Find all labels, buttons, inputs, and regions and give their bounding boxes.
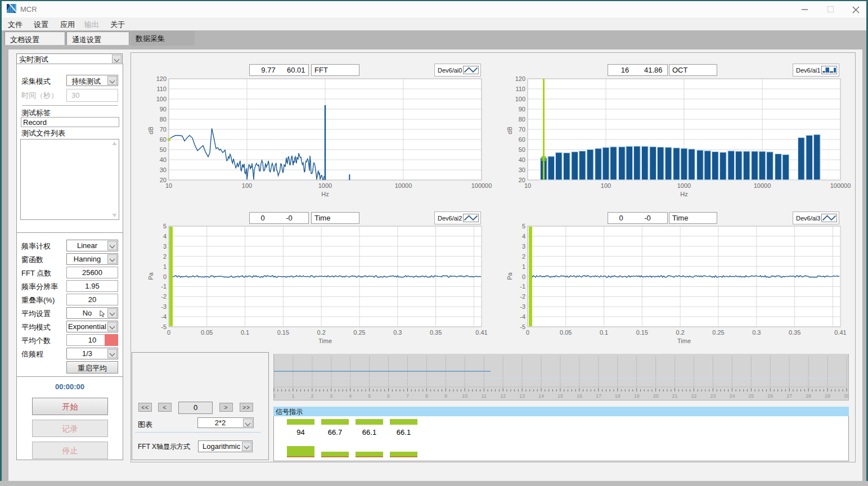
svg-text:-5: -5 xyxy=(520,323,525,330)
svg-text:-2: -2 xyxy=(161,293,167,300)
svg-text:40: 40 xyxy=(519,156,525,163)
svg-text:80: 80 xyxy=(519,116,525,123)
svg-text:26: 26 xyxy=(767,393,773,399)
svg-text:23: 23 xyxy=(710,393,716,399)
svg-text:0.41: 0.41 xyxy=(475,329,487,336)
svg-text:10000: 10000 xyxy=(395,182,412,189)
svg-text:-3: -3 xyxy=(161,303,167,310)
svg-text:100000: 100000 xyxy=(830,182,851,189)
svg-text:30: 30 xyxy=(160,166,167,173)
svg-text:30: 30 xyxy=(844,393,849,399)
svg-text:60: 60 xyxy=(160,136,167,143)
svg-text:-2: -2 xyxy=(520,293,525,300)
svg-text:0: 0 xyxy=(522,273,525,280)
svg-text:19: 19 xyxy=(634,393,640,399)
svg-text:100: 100 xyxy=(601,182,611,189)
svg-text:21: 21 xyxy=(672,393,678,399)
svg-text:3: 3 xyxy=(330,393,332,399)
svg-text:120: 120 xyxy=(515,75,525,82)
svg-text:0.3: 0.3 xyxy=(393,329,402,336)
svg-text:90: 90 xyxy=(160,106,167,112)
svg-text:1: 1 xyxy=(522,263,525,270)
svg-text:100: 100 xyxy=(156,96,167,102)
svg-text:110: 110 xyxy=(156,86,167,92)
svg-text:100000: 100000 xyxy=(471,182,492,189)
svg-text:90: 90 xyxy=(519,106,525,112)
svg-text:110: 110 xyxy=(515,86,525,92)
svg-text:15: 15 xyxy=(557,393,563,399)
svg-text:0.35: 0.35 xyxy=(430,329,442,336)
svg-text:10000: 10000 xyxy=(754,182,771,189)
svg-text:Time: Time xyxy=(318,338,332,344)
svg-text:-1: -1 xyxy=(161,283,167,290)
svg-text:80: 80 xyxy=(160,116,167,123)
svg-text:22: 22 xyxy=(691,393,696,399)
svg-text:0.41: 0.41 xyxy=(834,329,846,336)
svg-text:27: 27 xyxy=(786,393,792,399)
svg-text:0.1: 0.1 xyxy=(241,329,249,336)
svg-text:12: 12 xyxy=(500,393,506,399)
svg-text:Hz: Hz xyxy=(680,191,687,197)
svg-text:-4: -4 xyxy=(520,313,525,320)
svg-text:50: 50 xyxy=(160,146,167,153)
svg-text:2: 2 xyxy=(311,393,313,399)
svg-text:-3: -3 xyxy=(520,303,525,310)
svg-text:5: 5 xyxy=(368,393,371,399)
svg-text:16: 16 xyxy=(577,393,582,399)
svg-text:0: 0 xyxy=(163,273,167,280)
svg-text:dB: dB xyxy=(147,127,154,134)
svg-text:Pa: Pa xyxy=(506,272,513,280)
svg-text:4: 4 xyxy=(522,233,525,240)
svg-text:100: 100 xyxy=(515,96,525,102)
svg-text:120: 120 xyxy=(156,75,167,82)
svg-text:1000: 1000 xyxy=(677,182,691,189)
svg-text:4: 4 xyxy=(349,393,352,399)
svg-text:60: 60 xyxy=(519,136,525,143)
svg-text:29: 29 xyxy=(825,393,830,399)
svg-text:24: 24 xyxy=(729,393,735,399)
svg-text:10: 10 xyxy=(165,182,172,189)
svg-text:Time: Time xyxy=(677,338,691,344)
svg-text:14: 14 xyxy=(538,393,544,399)
svg-text:70: 70 xyxy=(519,126,525,133)
svg-text:0: 0 xyxy=(273,393,276,399)
svg-text:5: 5 xyxy=(163,223,167,230)
svg-text:4: 4 xyxy=(163,233,167,240)
svg-text:9: 9 xyxy=(444,393,447,399)
svg-text:dB: dB xyxy=(506,127,513,134)
svg-text:3: 3 xyxy=(163,243,167,250)
svg-text:0.15: 0.15 xyxy=(636,329,648,336)
svg-text:25: 25 xyxy=(748,393,754,399)
svg-text:0.25: 0.25 xyxy=(712,329,724,336)
svg-text:17: 17 xyxy=(596,393,601,399)
svg-text:40: 40 xyxy=(160,156,167,163)
svg-text:0.35: 0.35 xyxy=(789,329,800,336)
svg-text:50: 50 xyxy=(519,146,525,153)
svg-text:7: 7 xyxy=(406,393,409,399)
svg-text:0.2: 0.2 xyxy=(317,329,326,336)
svg-text:1000: 1000 xyxy=(318,182,332,189)
svg-text:5: 5 xyxy=(522,223,525,230)
svg-text:-5: -5 xyxy=(161,323,167,330)
svg-text:0.2: 0.2 xyxy=(676,329,685,336)
svg-text:0.15: 0.15 xyxy=(277,329,289,336)
svg-text:0: 0 xyxy=(167,329,170,336)
svg-text:6: 6 xyxy=(387,393,390,399)
svg-text:0.05: 0.05 xyxy=(201,329,213,336)
svg-text:100: 100 xyxy=(242,182,252,189)
svg-text:20: 20 xyxy=(653,393,659,399)
svg-text:0.25: 0.25 xyxy=(353,329,365,336)
svg-text:70: 70 xyxy=(160,126,167,133)
svg-text:11: 11 xyxy=(482,393,487,399)
svg-text:1: 1 xyxy=(291,393,294,399)
svg-text:0.3: 0.3 xyxy=(752,329,761,336)
svg-text:0.1: 0.1 xyxy=(600,329,608,336)
svg-text:10: 10 xyxy=(524,182,531,189)
svg-text:8: 8 xyxy=(425,393,428,399)
svg-text:Pa: Pa xyxy=(147,272,154,280)
svg-text:0: 0 xyxy=(526,329,529,336)
svg-text:2: 2 xyxy=(522,253,525,260)
svg-text:-4: -4 xyxy=(161,313,167,320)
svg-text:-1: -1 xyxy=(520,283,525,290)
svg-text:0.05: 0.05 xyxy=(560,329,572,336)
